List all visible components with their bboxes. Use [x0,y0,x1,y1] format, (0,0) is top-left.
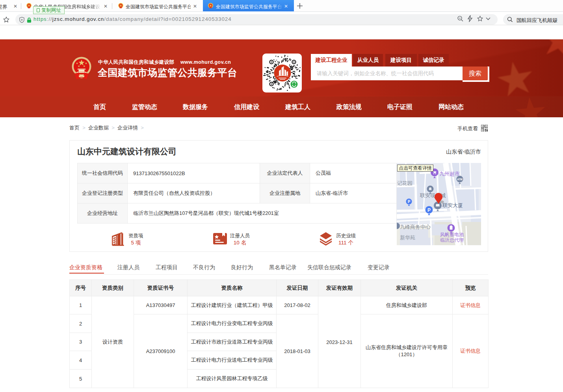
svg-text:风帆蓄电池: 风帆蓄电池 [440,232,464,237]
svg-text:P: P [408,200,411,204]
svg-text:九州超市: 九州超市 [439,171,460,177]
svg-text:记花园: 记花园 [397,180,412,186]
svg-text:新华苑: 新华苑 [400,235,415,240]
svg-text:九峰商务中心: 九峰商务中心 [400,224,431,230]
svg-text:P: P [427,207,431,213]
svg-text:联安大厦: 联安大厦 [442,202,463,208]
svg-text:ATM: ATM [457,178,463,181]
svg-text:临沂总代理: 临沂总代理 [440,237,464,243]
